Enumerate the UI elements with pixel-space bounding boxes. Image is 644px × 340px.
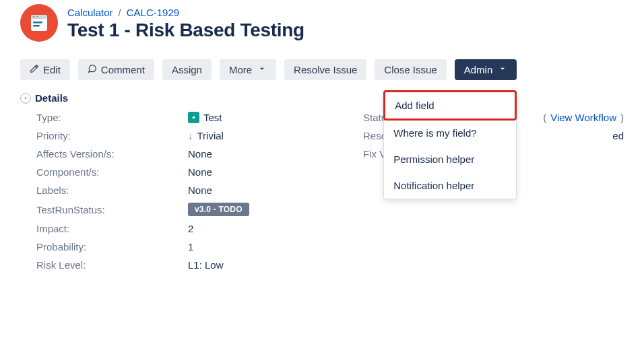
menu-where-is-my-field[interactable]: Where is my field? — [384, 120, 516, 146]
breadcrumb-project[interactable]: Calculator — [67, 7, 113, 18]
breadcrumb-issue-key[interactable]: CALC-1929 — [127, 7, 179, 18]
probability-value: 1 — [188, 241, 363, 252]
priority-trivial-icon: ↓ — [188, 130, 193, 141]
svg-point-2 — [33, 16, 34, 18]
affects-versions-label: Affects Version/s: — [36, 148, 188, 160]
assign-button[interactable]: Assign — [162, 59, 212, 80]
type-text: Test — [203, 112, 222, 123]
type-value: Test — [188, 112, 363, 123]
labels-label: Labels: — [36, 184, 188, 196]
more-label: More — [229, 64, 252, 75]
admin-label: Admin — [464, 64, 493, 75]
pencil-icon — [30, 64, 39, 75]
issue-title: Test 1 - Risk Based Testing — [67, 20, 624, 41]
svg-rect-6 — [33, 25, 40, 27]
breadcrumb: Calculator / CALC-1929 — [67, 7, 624, 18]
edit-button[interactable]: Edit — [20, 59, 70, 80]
close-label: Close Issue — [384, 64, 437, 75]
risk-level-label: Risk Level: — [36, 259, 188, 271]
comment-button[interactable]: Comment — [78, 59, 154, 80]
toolbar: Edit Comment Assign More Resolve Issue C… — [20, 59, 624, 80]
resolve-issue-button[interactable]: Resolve Issue — [284, 59, 366, 80]
project-avatar-icon — [20, 4, 58, 42]
components-value: None — [188, 166, 363, 178]
svg-point-4 — [37, 16, 38, 18]
breadcrumb-separator: / — [119, 7, 121, 18]
edit-label: Edit — [43, 64, 61, 75]
labels-value: None — [188, 184, 363, 196]
chevron-down-icon — [257, 64, 267, 75]
affects-versions-value: None — [188, 148, 363, 160]
svg-point-7 — [193, 116, 195, 119]
type-label: Type: — [36, 112, 188, 123]
priority-value: ↓ Trivial — [188, 130, 363, 141]
impact-value: 2 — [188, 223, 363, 234]
close-issue-button[interactable]: Close Issue — [375, 59, 446, 80]
details-section-title: Details — [35, 92, 68, 104]
admin-dropdown: Add field Where is my field? Permission … — [383, 90, 517, 199]
admin-button[interactable]: Admin — [455, 59, 517, 80]
test-type-icon — [188, 112, 199, 123]
priority-text: Trivial — [197, 130, 224, 141]
resolve-label: Resolve Issue — [294, 64, 357, 75]
menu-add-field[interactable]: Add field — [383, 90, 517, 121]
details-section-toggle[interactable]: Details — [20, 92, 624, 104]
resolution-fragment: ed — [612, 130, 624, 141]
menu-permission-helper[interactable]: Permission helper — [384, 146, 516, 172]
probability-label: Probability: — [36, 241, 188, 252]
testrunstatus-label: TestRunStatus: — [36, 204, 188, 215]
chevron-down-icon — [20, 93, 31, 104]
comment-icon — [88, 64, 97, 75]
testrun-badge: v3.0 - TODO — [188, 203, 249, 216]
view-workflow-link[interactable]: View Workflow — [550, 112, 616, 123]
menu-notification-helper[interactable]: Notification helper — [384, 172, 516, 199]
priority-label: Priority: — [36, 130, 188, 141]
testrunstatus-value: v3.0 - TODO — [188, 203, 363, 216]
more-button[interactable]: More — [220, 59, 276, 80]
svg-rect-5 — [33, 22, 42, 24]
svg-point-3 — [35, 16, 36, 18]
impact-label: Impact: — [36, 223, 188, 234]
chevron-down-icon — [498, 64, 507, 75]
comment-label: Comment — [101, 64, 145, 75]
assign-label: Assign — [172, 64, 202, 75]
risk-level-value: L1: Low — [188, 259, 363, 271]
components-label: Component/s: — [36, 166, 188, 178]
